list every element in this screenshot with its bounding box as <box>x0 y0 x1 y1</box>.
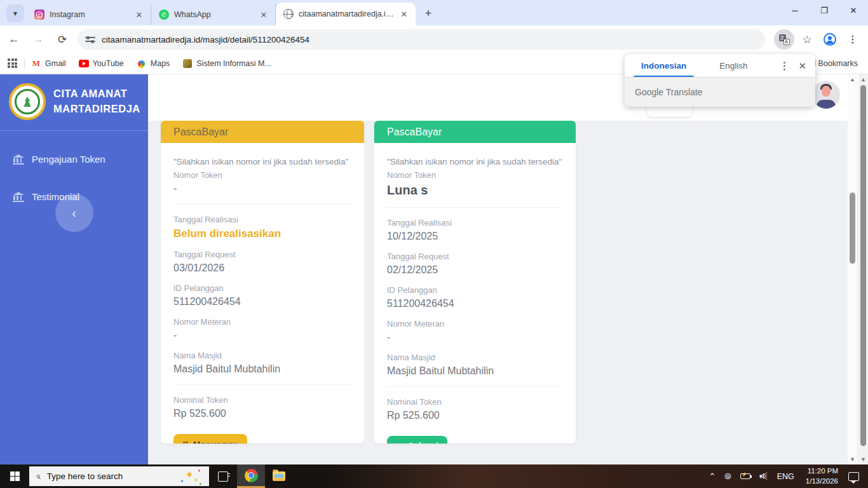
tab-close-icon[interactable]: ✕ <box>259 10 269 20</box>
tray-expand-icon[interactable]: ⌃ <box>704 464 720 488</box>
battery-icon[interactable] <box>736 464 755 488</box>
search-icon: ⌕ <box>36 471 41 482</box>
language-indicator[interactable]: ENG <box>772 464 799 488</box>
tab-title: Instagram <box>50 10 130 19</box>
instagram-icon <box>34 10 44 20</box>
tray-display-icon[interactable]: ⦾ <box>720 464 735 488</box>
bookmark-label: Sistem Informasi M... <box>196 59 271 68</box>
field-label: Nomor Meteran <box>173 317 351 327</box>
token-card-pending: PascaBayar "Silahkan isikan nomor ini ji… <box>161 121 364 444</box>
profile-icon <box>824 33 836 46</box>
gmail-icon: M <box>31 58 41 69</box>
page-inner-scrollbar[interactable]: ▲ ▼ <box>848 74 857 464</box>
sidebar: CITA AMANAT MARTADIREDJA Pengajuan Token… <box>0 74 148 464</box>
divider <box>387 207 563 208</box>
nama-masjid-value: Masjid Baitul Mubtahilin <box>173 363 351 375</box>
action-center-icon[interactable] <box>848 472 859 481</box>
taskbar-clock[interactable]: 11:20 PM 1/13/2026 <box>799 466 844 486</box>
bookmark-sistem-informasi[interactable]: Sistem Informasi M... <box>182 58 271 69</box>
chrome-icon <box>245 469 258 482</box>
scrollbar-thumb[interactable] <box>850 193 855 264</box>
bookmark-label: Gmail <box>45 59 66 68</box>
scroll-down-icon[interactable]: ▼ <box>858 456 868 463</box>
nominal-token-value: Rp 525.600 <box>387 410 563 421</box>
card-header: PascaBayar <box>374 121 576 143</box>
sidebar-collapse-button[interactable]: ‹ <box>55 194 93 232</box>
volume-icon[interactable]: 🕬 <box>755 464 772 488</box>
tab-instagram[interactable]: Instagram ✕ <box>27 4 151 25</box>
task-view-button[interactable] <box>209 464 237 488</box>
taskbar-search-input[interactable]: ⌕ Type here to search ✦✦✦ <box>29 466 209 486</box>
field-label: ID Pelanggan <box>173 283 351 293</box>
bookmark-star-button[interactable]: ☆ <box>797 29 817 50</box>
maps-pin-icon <box>137 58 147 69</box>
translate-tab-english[interactable]: English <box>712 54 755 78</box>
divider <box>387 386 563 387</box>
translate-tab-indonesian[interactable]: Indonesian <box>634 54 694 78</box>
field-label: Tanggal Request <box>387 252 563 261</box>
tab-search-button[interactable]: ▾ <box>6 4 24 22</box>
apps-grid-icon[interactable] <box>8 58 18 69</box>
search-highlights-icon: ✦✦✦ <box>180 469 201 484</box>
profile-button[interactable] <box>820 29 840 50</box>
address-bar[interactable]: citaamanatmartadiredja.id/masjid/detail/… <box>78 29 765 50</box>
back-button[interactable]: ← <box>4 29 24 50</box>
site-info-icon[interactable] <box>85 34 95 44</box>
translate-button[interactable]: 文A <box>774 29 794 50</box>
sidebar-item-pengajuan-token[interactable]: Pengajuan Token <box>0 145 148 173</box>
bookmark-maps[interactable]: Maps <box>137 58 170 69</box>
translate-close-icon[interactable]: ✕ <box>796 60 815 72</box>
reload-button[interactable]: ⟳ <box>52 29 72 50</box>
bookmark-gmail[interactable]: M Gmail <box>31 58 66 69</box>
translate-icon: 文A <box>779 34 790 45</box>
nomor-token-value: Luna s <box>387 183 563 198</box>
scroll-up-icon[interactable]: ▲ <box>848 76 857 83</box>
translate-options-icon[interactable]: ⋮ <box>773 60 796 72</box>
start-button[interactable] <box>0 464 29 488</box>
minimize-button[interactable]: ─ <box>780 0 810 20</box>
tab-whatsapp[interactable]: ✆ WhatsApp ✕ <box>151 4 276 25</box>
status-label: Selesai <box>408 441 438 444</box>
forward-button[interactable]: → <box>28 29 48 50</box>
close-button[interactable]: ✕ <box>839 0 868 20</box>
tab-close-icon[interactable]: ✕ <box>399 9 409 19</box>
tab-close-icon[interactable]: ✕ <box>134 10 144 20</box>
windows-taskbar: ⌕ Type here to search ✦✦✦ ⌃ ⦾ 🕬 ENG 11:2… <box>0 464 868 488</box>
field-label: Nama Masjid <box>387 353 563 362</box>
chevron-left-icon: ‹ <box>72 206 76 220</box>
brand: CITA AMANAT MARTADIREDJA <box>0 74 148 131</box>
scroll-down-icon[interactable]: ▼ <box>848 456 857 463</box>
translate-tabs: Indonesian English ⋮ ✕ <box>625 54 815 78</box>
card-quote: "Silahkan isikan nomor ini jika sudah te… <box>387 157 563 166</box>
id-pelanggan-value: 511200426454 <box>173 296 351 308</box>
file-explorer-button[interactable] <box>265 464 293 488</box>
browser-scrollbar[interactable]: ▲ ▼ <box>858 74 868 464</box>
status-badge-menunggu[interactable]: ⧖ Menunggu <box>173 434 247 444</box>
windows-logo-icon <box>10 471 20 481</box>
bookmark-youtube[interactable]: YouTube <box>79 58 124 69</box>
tab-title: WhatsApp <box>174 10 255 19</box>
browser-tab-strip: ▾ Instagram ✕ ✆ WhatsApp ✕ citaamanatmar… <box>0 0 868 25</box>
field-label: ID Pelanggan <box>387 285 563 295</box>
field-label: Tanggal Request <box>173 250 351 259</box>
window-controls: ─ ❐ ✕ <box>780 0 868 20</box>
translate-footer: Google Translate <box>625 78 815 107</box>
status-badge-selesai[interactable]: ✓ Selesai <box>387 436 447 444</box>
restore-button[interactable]: ❐ <box>810 0 839 20</box>
tab-active-site[interactable]: citaamanatmartadiredja.id/mas ✕ <box>276 3 416 25</box>
scroll-up-icon[interactable]: ▲ <box>858 76 868 83</box>
browser-menu-button[interactable]: ⋮ <box>843 29 863 50</box>
card-quote: "Silahkan isikan nomor ini jika sudah te… <box>173 157 351 166</box>
field-label: Nominal Token <box>387 397 563 407</box>
new-tab-button[interactable]: + <box>419 4 437 22</box>
token-card-done: PascaBayar "Silahkan isikan nomor ini ji… <box>374 121 576 444</box>
user-avatar[interactable] <box>812 81 840 109</box>
bookmark-label: YouTube <box>93 59 124 68</box>
google-translate-label: Google Translate <box>635 87 703 97</box>
bank-icon <box>13 192 24 202</box>
url-text[interactable]: citaamanatmartadiredja.id/masjid/detail/… <box>102 35 309 44</box>
brand-title: CITA AMANAT MARTADIREDJA <box>53 86 140 117</box>
taskbar-chrome-button[interactable] <box>237 464 265 488</box>
divider <box>173 384 351 385</box>
scrollbar-thumb[interactable] <box>860 85 866 446</box>
